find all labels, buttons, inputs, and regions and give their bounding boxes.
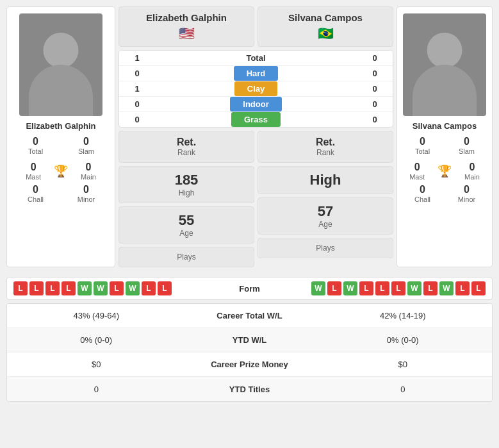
- right-detail-col: Ret. Rank High 57 Age Plays: [258, 131, 393, 267]
- right-form: W L W L L L W L W L L: [282, 281, 486, 295]
- form-badge-l5: L: [110, 281, 124, 295]
- form-badge-w1: W: [78, 281, 92, 295]
- form-badge-l3: L: [45, 281, 60, 295]
- left-header-box: Elizabeth Galphin 🇺🇸: [119, 6, 254, 47]
- form-badge-rw4: W: [439, 281, 454, 295]
- left-rank-value: Ret.: [127, 137, 246, 148]
- left-age-value: 55: [127, 212, 246, 229]
- right-plays-label: Plays: [266, 244, 385, 253]
- left-stat-slam: 0 Slam: [64, 136, 108, 155]
- right-trophy-icon: 🏆: [438, 164, 452, 178]
- left-stat-chall: 0 Chall: [13, 184, 58, 203]
- right-stat-slam: 0 Slam: [448, 136, 486, 155]
- right-high-box: High: [258, 166, 393, 194]
- form-badge-w3: W: [126, 281, 140, 295]
- left-clay-score: 1: [124, 84, 150, 94]
- left-high-box: 185 High: [119, 166, 254, 203]
- score-row-total: 1 Total 0: [119, 51, 393, 66]
- right-rank-label: Rank: [266, 148, 385, 157]
- left-stats-grid: 0 Total 0 Slam: [10, 136, 111, 155]
- left-stat-main: 0 Main: [81, 162, 96, 181]
- right-player-avatar: [403, 13, 486, 116]
- indoor-badge-container: Indoor: [150, 99, 362, 109]
- left-plays-box: Plays: [119, 247, 254, 267]
- prize-right: $0: [314, 354, 493, 374]
- left-header-name: Elizabeth Galphin: [124, 12, 249, 23]
- right-stats-grid2: 0 Chall 0 Minor: [400, 184, 489, 203]
- clay-badge-container: Clay: [150, 84, 362, 94]
- right-stat-main: 0 Main: [464, 162, 480, 181]
- left-stats-grid2: 0 Chall 0 Minor: [10, 184, 111, 203]
- form-badge-l6: L: [142, 281, 156, 295]
- left-stat-minor: 0 Minor: [64, 184, 108, 203]
- right-stats-grid: 0 Total 0 Slam: [400, 136, 489, 155]
- left-grass-score: 0: [124, 115, 150, 124]
- clay-badge: Clay: [234, 81, 277, 96]
- left-player-card: Elizabeth Galphin 0 Total 0 Slam 0 Mast …: [6, 6, 115, 267]
- score-row-indoor: 0 Indoor 0: [119, 97, 393, 112]
- right-rank-value: Ret.: [266, 137, 385, 148]
- bottom-row-career-total: 43% (49-64) Career Total W/L 42% (14-19): [7, 304, 492, 328]
- career-total-left: 43% (49-64): [7, 306, 186, 326]
- left-indoor-score: 0: [124, 99, 150, 109]
- right-flag: 🇧🇷: [263, 26, 388, 41]
- left-trophy-icon: 🏆: [54, 164, 68, 178]
- grass-badge: Grass: [231, 112, 281, 127]
- form-badge-rl5: L: [423, 281, 438, 295]
- right-clay-score: 0: [362, 84, 388, 94]
- form-section: L L L L W W L W L L Form W L W L L L W L…: [6, 277, 493, 300]
- form-badge-rl6: L: [455, 281, 470, 295]
- left-player-name: Elizabeth Galphin: [26, 121, 95, 131]
- form-badge-w2: W: [94, 281, 108, 295]
- right-header-box: Silvana Campos 🇧🇷: [258, 6, 393, 47]
- right-plays-box: Plays: [258, 238, 393, 258]
- right-hard-score: 0: [362, 69, 388, 78]
- grass-badge-container: Grass: [150, 115, 362, 124]
- right-player-card: Silvana Campos 0 Total 0 Slam 0 Mast 🏆: [397, 6, 493, 267]
- hard-badge-container: Hard: [150, 69, 362, 78]
- left-detail-col: Ret. Rank 185 High 55 Age Plays: [119, 131, 254, 267]
- right-stat-total: 0 Total: [404, 136, 441, 155]
- score-row-hard: 0 Hard 0: [119, 66, 393, 81]
- left-avatar-head: [44, 33, 79, 68]
- form-badge-rl3: L: [375, 281, 389, 295]
- left-plays-label: Plays: [127, 253, 246, 261]
- form-label: Form: [218, 284, 282, 294]
- left-flag: 🇺🇸: [124, 26, 249, 41]
- career-total-right: 42% (14-19): [314, 306, 493, 326]
- left-high-value: 185: [127, 172, 246, 188]
- left-trophy-row: 0 Mast 🏆 0 Main: [26, 162, 96, 181]
- main-container: Elizabeth Galphin 0 Total 0 Slam 0 Mast …: [0, 0, 499, 402]
- ytd-right: 0% (0-0): [314, 330, 493, 350]
- right-header-name: Silvana Campos: [263, 12, 388, 23]
- detail-boxes-row: Ret. Rank 185 High 55 Age Plays: [119, 131, 393, 267]
- form-badge-l2: L: [29, 281, 44, 295]
- right-stat-mast: 0 Mast: [409, 162, 425, 181]
- right-avatar-head: [427, 33, 462, 68]
- bottom-row-ytd: 0% (0-0) YTD W/L 0% (0-0): [7, 328, 492, 353]
- right-stat-chall: 0 Chall: [404, 184, 441, 203]
- ytd-left: 0% (0-0): [7, 330, 186, 350]
- left-high-label: High: [127, 188, 246, 197]
- score-row-clay: 1 Clay 0: [119, 81, 393, 97]
- left-avatar-body: [29, 65, 93, 116]
- prize-left: $0: [7, 354, 186, 374]
- form-badge-l7: L: [158, 281, 172, 295]
- right-age-label: Age: [266, 220, 385, 229]
- bottom-row-prize: $0 Career Prize Money $0: [7, 353, 492, 377]
- ytd-label: YTD W/L: [186, 330, 314, 350]
- right-total-score: 0: [362, 53, 388, 63]
- left-stat-total: 0 Total: [13, 136, 58, 155]
- form-badge-l4: L: [61, 281, 76, 295]
- titles-left: 0: [7, 379, 186, 399]
- left-rank-label: Rank: [127, 148, 246, 157]
- right-grass-score: 0: [362, 115, 388, 124]
- center-area: Elizabeth Galphin 🇺🇸 Silvana Campos 🇧🇷 1…: [119, 6, 393, 267]
- right-trophy-row: 0 Mast 🏆 0 Main: [409, 162, 480, 181]
- left-age-label: Age: [127, 229, 246, 238]
- form-badge-rl1: L: [327, 281, 341, 295]
- form-badge-rl2: L: [359, 281, 373, 295]
- form-badge-rw1: W: [311, 281, 325, 295]
- left-total-score: 1: [124, 53, 150, 63]
- indoor-badge: Indoor: [230, 97, 281, 112]
